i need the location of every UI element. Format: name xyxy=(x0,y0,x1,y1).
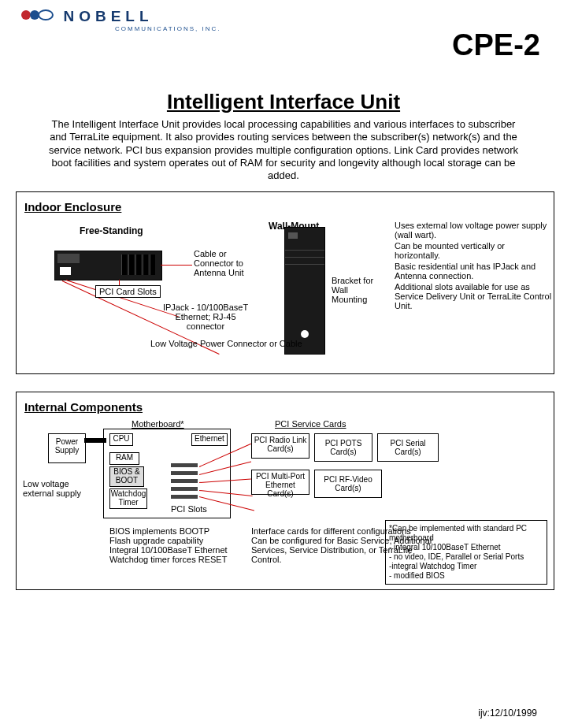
lvp-label: Low Voltage Power Connector or Cable xyxy=(150,339,302,348)
svg-point-0 xyxy=(21,10,31,20)
card-serial: PCI Serial Card(s) xyxy=(377,433,439,462)
indoor-note-3: Basic residential unit has IPJack and An… xyxy=(395,262,552,280)
card-multi: PCI Multi-Port Ethernet Card(s) xyxy=(251,470,309,495)
brand-logo: NOBELL COMMUNICATIONS, INC. xyxy=(20,8,221,32)
card-rfvideo: PCI RF-Video Card(s) xyxy=(314,470,382,498)
free-standing-unit xyxy=(54,251,162,280)
watchdog-box: Watchdog Timer xyxy=(109,488,147,509)
bracket-label: Bracket for Wall Mounting xyxy=(332,276,379,304)
service-cards-label: PCI Service Cards xyxy=(275,419,346,429)
indoor-panel: Indoor Enclosure Free-Standing Wall-Moun… xyxy=(16,191,554,374)
doc-code: CPE-2 xyxy=(452,28,540,62)
bios-notes: BIOS implements BOOTP Flash upgrade capa… xyxy=(109,526,228,564)
bios-box: BIOS & BOOT xyxy=(109,466,144,487)
cable-connector-label: Cable or Connector to Antenna Unit xyxy=(194,249,265,277)
logo-mark xyxy=(20,8,54,25)
intro-text: The Intelligent Interface Unit provides … xyxy=(43,118,524,182)
indoor-note-1: Uses external low voltage power supply (… xyxy=(395,221,552,240)
svg-point-2 xyxy=(39,10,53,20)
motherboard-label: Motherboard* xyxy=(132,419,184,429)
cpu-box: CPU xyxy=(109,433,133,446)
card-pots: PCI POTS Card(s) xyxy=(314,433,372,462)
internal-heading: Internal Components xyxy=(24,400,554,414)
indoor-heading: Indoor Enclosure xyxy=(24,200,554,214)
page-title: Intelligent Interface Unit xyxy=(0,90,567,114)
ethernet-box: Ethernet xyxy=(191,433,228,446)
power-supply-box: Power Supply xyxy=(48,433,86,463)
indoor-note-4: Additional slots available for use as Se… xyxy=(395,282,552,310)
wall-mount-unit xyxy=(284,227,325,355)
card-radio: PCI Radio Link Card(s) xyxy=(251,433,309,459)
footer-stamp: ijv:12/10/1999 xyxy=(478,708,537,719)
ipjack-label: IPJack - 10/100BaseT Ethernet; RJ-45 con… xyxy=(158,303,253,331)
ram-box: RAM xyxy=(109,452,139,465)
star-note-box: *Can be implemented with standard PC mot… xyxy=(385,520,547,585)
pci-slots-label2: PCI Slots xyxy=(171,504,207,514)
brand-subtitle: COMMUNICATIONS, INC. xyxy=(115,25,221,32)
power-note: Low voltage external supply xyxy=(23,479,102,498)
indoor-note-2: Can be mounted vertically or horizontall… xyxy=(395,241,552,260)
free-standing-label: Free-Standing xyxy=(80,225,143,236)
brand-name: NOBELL xyxy=(63,8,153,25)
internal-panel: Internal Components Motherboard* PCI Ser… xyxy=(16,392,554,590)
pci-slots-label: PCI Card Slots xyxy=(95,285,161,298)
